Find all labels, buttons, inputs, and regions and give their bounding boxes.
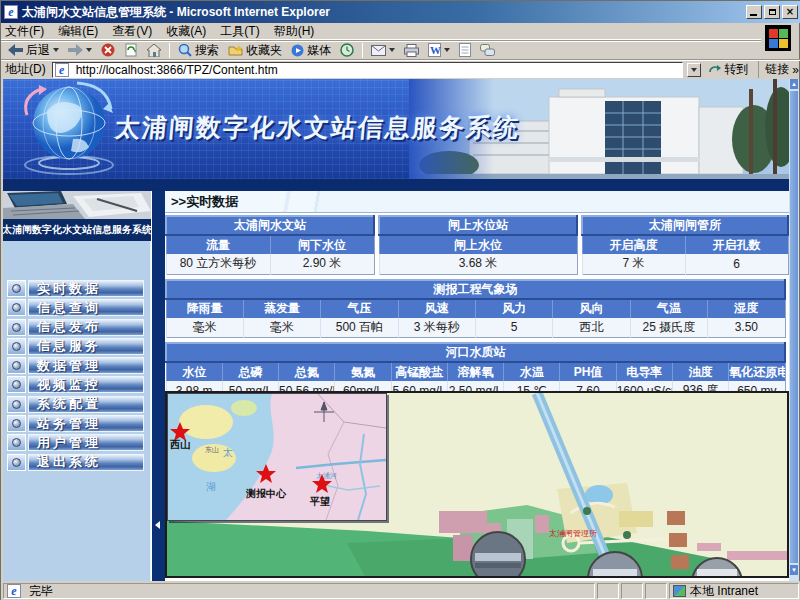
- discuss-button[interactable]: [477, 42, 498, 59]
- edit-dropdown-icon[interactable]: [444, 48, 450, 52]
- sidebar-item-info-service[interactable]: 信息服务: [7, 338, 144, 355]
- menu-bar: 文件(F) 编辑(E) 查看(V) 收藏(A) 工具(T) 帮助(H): [1, 23, 761, 40]
- table-title: 河口水质站: [166, 343, 785, 362]
- status-pane: [621, 583, 643, 599]
- cell-value: 25 摄氏度: [630, 318, 707, 338]
- back-dropdown-icon[interactable]: [53, 48, 59, 52]
- standard-toolbar: 后退 搜索 收藏夹 媒体: [1, 40, 761, 59]
- window-title: 太浦闸水文站信息管理系统 - Microsoft Internet Explor…: [22, 4, 330, 21]
- bullet-icon: [7, 280, 26, 297]
- region-map-image: 太 湖 东山 太浦河 西山 测报中心 平望: [168, 394, 386, 520]
- cell-value: 3.50: [708, 318, 785, 338]
- restore-button[interactable]: [764, 5, 780, 19]
- mail-dropdown-icon[interactable]: [389, 48, 395, 52]
- sidebar-item-data-management[interactable]: 数据管理: [7, 357, 144, 374]
- ie-page-icon: e: [4, 5, 18, 19]
- scroll-up-icon[interactable]: ▲: [790, 79, 798, 89]
- sidebar-item-realtime-data[interactable]: 实时数据: [7, 280, 144, 297]
- refresh-button[interactable]: [121, 42, 141, 59]
- cell-value: 80 立方米每秒: [166, 254, 270, 274]
- site-map[interactable]: 太浦闸管理所 太: [165, 391, 789, 578]
- sidebar-item-video-monitor[interactable]: 视频监控: [7, 376, 144, 393]
- page-banner: 太浦闸数字化水文站信息服务系统: [3, 79, 789, 179]
- address-input[interactable]: e http://localhost:3866/TPZ/Content.htm: [52, 62, 684, 78]
- title-bar[interactable]: e 太浦闸水文站信息管理系统 - Microsoft Internet Expl…: [1, 1, 800, 23]
- edit-word-button[interactable]: W: [425, 42, 453, 59]
- go-button[interactable]: 转到: [705, 61, 752, 78]
- site-label: 太浦闸管理所: [549, 529, 597, 538]
- links-bar[interactable]: 链接 »: [758, 61, 799, 78]
- forward-dropdown-icon[interactable]: [86, 48, 92, 52]
- table-taipu-hydro: 太浦闸水文站 流量 闸下水位 80 立方米每秒 2.90 米: [165, 215, 375, 275]
- address-dropdown-button[interactable]: [687, 63, 701, 77]
- menu-view[interactable]: 查看(V): [112, 23, 152, 40]
- stop-button[interactable]: [98, 42, 118, 59]
- sidebar-item-station-management[interactable]: 站务管理: [7, 415, 144, 432]
- favorites-button[interactable]: 收藏夹: [225, 42, 285, 59]
- cell-value: 毫米: [243, 318, 320, 338]
- page-content: 太浦闸数字化水文站信息服务系统 太浦闸数字化水文站信息服务系统 实时数据 信息查…: [3, 79, 799, 581]
- page-button[interactable]: [456, 42, 474, 59]
- home-button[interactable]: [144, 42, 164, 59]
- scrollbar-thumb[interactable]: [790, 91, 798, 563]
- cell-value: 5: [476, 318, 553, 338]
- refresh-icon: [124, 43, 138, 57]
- table-title: 太浦闸闸管所: [582, 216, 788, 235]
- col-header: 开启高度: [582, 235, 685, 254]
- url-page-icon: e: [55, 63, 69, 77]
- sidebar-photo: [3, 191, 151, 219]
- col-header: 湿度: [708, 299, 785, 318]
- address-bar: 地址(D) e http://localhost:3866/TPZ/Conten…: [1, 59, 800, 79]
- bullet-icon: [7, 396, 26, 413]
- cell-value: 毫米: [166, 318, 243, 338]
- main-panel: >>实时数据 太浦闸水文站 流量 闸下水位 80 立方米每秒 2.90 米: [165, 191, 789, 581]
- minimize-button[interactable]: [746, 5, 762, 19]
- col-header: 蒸发量: [243, 299, 320, 318]
- forward-icon: [68, 44, 83, 56]
- cell-value: 西北: [553, 318, 630, 338]
- svg-text:W: W: [430, 44, 441, 56]
- links-chevron-icon[interactable]: »: [792, 63, 799, 77]
- col-header: 风速: [398, 299, 475, 318]
- col-header: 流量: [166, 235, 270, 254]
- region-inset-map[interactable]: 太 湖 东山 太浦河 西山 测报中心 平望: [167, 393, 387, 521]
- scroll-down-icon[interactable]: ▼: [790, 565, 798, 575]
- sidebar-item-info-query[interactable]: 信息查询: [7, 299, 144, 316]
- mail-button[interactable]: [368, 42, 398, 59]
- intranet-zone-icon: [673, 585, 686, 597]
- search-button[interactable]: 搜索: [175, 42, 222, 59]
- back-button[interactable]: 后退: [5, 42, 62, 59]
- print-icon: [404, 44, 419, 57]
- page-scrollbar[interactable]: ▲ ▼: [789, 79, 799, 581]
- menu-tools[interactable]: 工具(T): [220, 23, 259, 40]
- bullet-icon: [7, 415, 26, 432]
- go-arrow-icon: [709, 64, 722, 75]
- close-button[interactable]: ×: [782, 5, 798, 19]
- sidebar-item-info-publish[interactable]: 信息发布: [7, 319, 144, 336]
- col-header: PH值: [560, 362, 616, 381]
- menu-file[interactable]: 文件(F): [5, 23, 44, 40]
- banner-title: 太浦闸数字化水文站信息服务系统: [114, 111, 522, 144]
- history-button[interactable]: [337, 42, 357, 59]
- sidebar-item-system-config[interactable]: 系统配置: [7, 396, 144, 413]
- address-label: 地址(D): [3, 61, 48, 78]
- cell-value: 3 米每秒: [398, 318, 475, 338]
- menu-help[interactable]: 帮助(H): [274, 23, 315, 40]
- xishan-label: 西山: [169, 439, 190, 450]
- bullet-icon: [7, 319, 26, 336]
- table-upstream-level: 闸上水位站 闸上水位 3.68 米: [378, 215, 578, 275]
- menu-favorites[interactable]: 收藏(A): [166, 23, 206, 40]
- menu-edit[interactable]: 编辑(E): [58, 23, 98, 40]
- status-page-icon: e: [7, 584, 21, 598]
- table-gate-office: 太浦闸闸管所 开启高度 开启孔数 7 米 6: [581, 215, 789, 275]
- dongshan-label: 东山: [205, 446, 219, 453]
- sidebar-divider[interactable]: [152, 191, 165, 581]
- forward-button[interactable]: [65, 42, 95, 59]
- table-title: 太浦闸水文站: [166, 216, 374, 235]
- cell-value: 7 米: [582, 254, 685, 274]
- print-button[interactable]: [401, 42, 422, 59]
- sidebar-item-user-management[interactable]: 用户管理: [7, 434, 144, 451]
- sidebar-item-exit-system[interactable]: 退出系统: [7, 454, 144, 471]
- media-button[interactable]: 媒体: [288, 42, 334, 59]
- collapse-arrow-icon[interactable]: [155, 521, 160, 529]
